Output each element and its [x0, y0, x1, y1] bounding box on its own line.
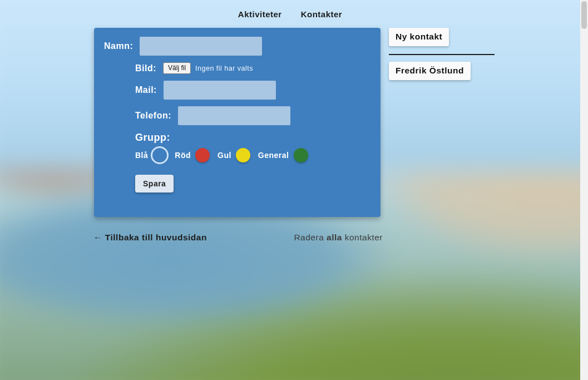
- vertical-scrollbar[interactable]: [580, 0, 588, 380]
- delete-all-link[interactable]: Radera alla kontakter: [294, 233, 383, 243]
- bottom-links: ← Tillbaka till huvudsidan Radera alla k…: [93, 233, 383, 243]
- mail-input[interactable]: [164, 81, 276, 100]
- group-blue-swatch[interactable]: [152, 148, 167, 162]
- page: Aktiviteter Kontakter Namn: Bild: Välj f…: [0, 0, 580, 380]
- group-general-label: General: [258, 151, 289, 160]
- group-yellow-label: Gul: [218, 151, 231, 160]
- contact-list-item[interactable]: Fredrik Östlund: [389, 62, 471, 80]
- name-input[interactable]: [140, 37, 262, 56]
- name-label: Namn:: [104, 41, 133, 51]
- top-nav: Aktiviteter Kontakter: [0, 0, 580, 19]
- group-red-label: Röd: [175, 151, 191, 160]
- mail-label: Mail:: [135, 85, 157, 95]
- phone-input[interactable]: [178, 106, 290, 125]
- nav-contacts[interactable]: Kontakter: [301, 9, 343, 19]
- contact-sidebar: Ny kontakt Fredrik Östlund: [389, 28, 495, 87]
- contact-form-card: Namn: Bild: Välj fil Ingen fil har valts…: [94, 28, 381, 217]
- back-link[interactable]: ← Tillbaka till huvudsidan: [93, 233, 207, 243]
- sidebar-separator: [389, 54, 495, 55]
- file-picker: Välj fil Ingen fil har valts: [163, 62, 253, 74]
- group-label: Grupp:: [135, 132, 370, 144]
- scrollbar-thumb[interactable]: [581, 1, 587, 29]
- group-red-swatch[interactable]: [195, 148, 210, 162]
- delete-bold: alla: [327, 233, 342, 242]
- file-status-text: Ingen fil har valts: [195, 65, 253, 72]
- delete-prefix: Radera: [294, 233, 327, 242]
- image-label: Bild:: [135, 63, 156, 73]
- choose-file-button[interactable]: Välj fil: [163, 62, 191, 74]
- group-blue-label: Blå: [135, 151, 148, 160]
- group-yellow-swatch[interactable]: [236, 148, 250, 162]
- phone-label: Telefon:: [135, 111, 171, 121]
- group-general-swatch[interactable]: [294, 148, 308, 162]
- delete-suffix: kontakter: [342, 233, 383, 242]
- save-button[interactable]: Spara: [135, 175, 174, 193]
- new-contact-button[interactable]: Ny kontakt: [389, 28, 449, 46]
- nav-activities[interactable]: Aktiviteter: [238, 9, 282, 19]
- group-swatches: Blå Röd Gul General: [135, 148, 370, 162]
